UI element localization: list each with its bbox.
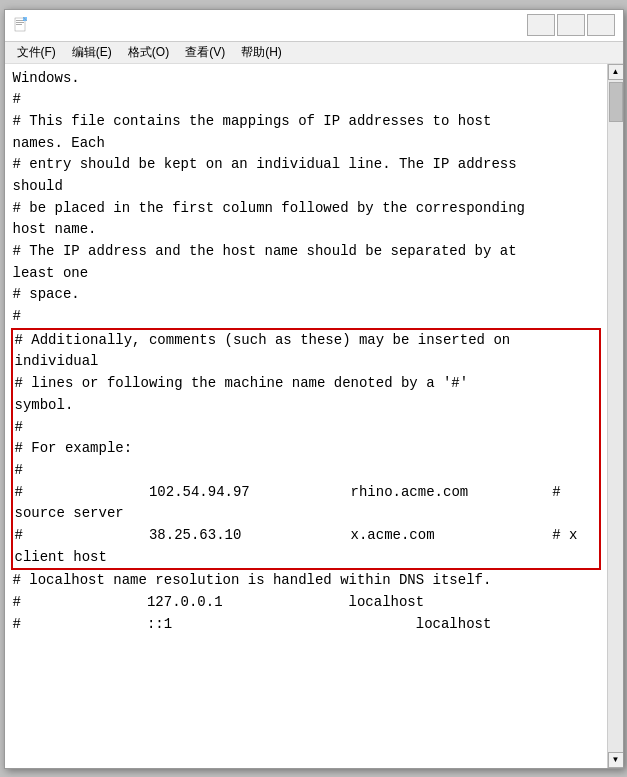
highlighted-block: # Additionally, comments (such as these)…	[11, 328, 601, 571]
menu-bar: 文件(F) 编辑(E) 格式(O) 查看(V) 帮助(H)	[5, 42, 623, 64]
notepad-window: 文件(F) 编辑(E) 格式(O) 查看(V) 帮助(H) Windows. #…	[4, 9, 624, 769]
menu-format[interactable]: 格式(O)	[120, 42, 177, 63]
menu-file[interactable]: 文件(F)	[9, 42, 64, 63]
svg-rect-2	[16, 22, 24, 23]
minimize-button[interactable]	[527, 14, 555, 36]
text-area-wrapper: Windows. # # This file contains the mapp…	[5, 64, 607, 768]
maximize-button[interactable]	[557, 14, 585, 36]
scroll-thumb[interactable]	[609, 82, 623, 122]
close-button[interactable]	[587, 14, 615, 36]
scroll-track[interactable]	[608, 80, 623, 752]
menu-view[interactable]: 查看(V)	[177, 42, 233, 63]
title-bar-left	[13, 17, 35, 33]
scroll-up-button[interactable]: ▲	[608, 64, 623, 80]
editor-area: Windows. # # This file contains the mapp…	[5, 64, 623, 768]
text-editor[interactable]: Windows. # # This file contains the mapp…	[5, 64, 607, 768]
menu-edit[interactable]: 编辑(E)	[64, 42, 120, 63]
app-icon	[13, 17, 29, 33]
svg-rect-3	[16, 24, 22, 25]
menu-help[interactable]: 帮助(H)	[233, 42, 290, 63]
title-bar	[5, 10, 623, 42]
title-bar-controls	[527, 14, 615, 36]
vertical-scrollbar: ▲ ▼	[607, 64, 623, 768]
svg-rect-1	[16, 20, 24, 21]
scroll-down-button[interactable]: ▼	[608, 752, 623, 768]
